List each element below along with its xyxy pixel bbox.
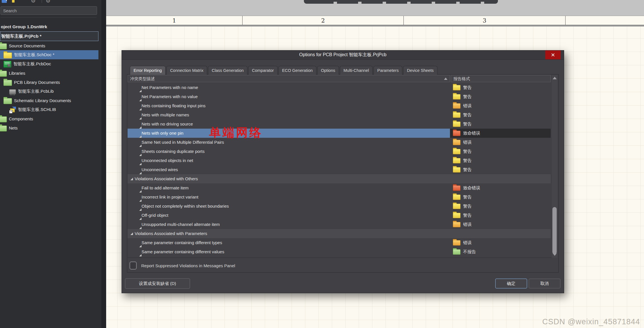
tree-item[interactable]: 智能车主板.PcbLib (0, 87, 98, 96)
violation-report-mode[interactable]: 错误 (450, 222, 551, 227)
scroll-down-icon[interactable] (553, 253, 557, 256)
violation-description[interactable]: Fail to add alternate item (128, 183, 450, 193)
violation-report-mode[interactable]: 警告 (450, 122, 551, 127)
dialog-tab[interactable]: Parameters (374, 66, 402, 75)
violation-row[interactable]: Nets containing floating input pins 错误 (128, 101, 551, 110)
violation-row[interactable]: Unconnected objects in net 警告 (128, 156, 551, 165)
violation-report-mode[interactable]: 警告 (450, 213, 551, 218)
tree-item[interactable]: ↗ 智能车主板.SCHLIB (0, 105, 98, 114)
dialog-tab[interactable]: Multi-Channel (340, 66, 373, 75)
violation-description[interactable]: Nets with multiple names (128, 110, 450, 120)
folder-green-icon (0, 71, 7, 77)
scrollbar-thumb[interactable] (552, 207, 557, 254)
violation-row[interactable]: Object not completely within sheet bound… (128, 202, 551, 211)
dialog-tab[interactable]: ECO Generation (278, 66, 316, 75)
grid-scrollbar[interactable] (552, 75, 557, 258)
document-icon[interactable] (2, 0, 7, 3)
tree-item[interactable]: Source Documents (0, 41, 98, 50)
violation-report-mode[interactable]: 警告 (450, 94, 551, 100)
violation-report-mode[interactable]: 警告 (450, 158, 551, 163)
violation-report-mode[interactable]: 警告 (450, 112, 551, 118)
violation-row[interactable]: Net Parameters with no name 警告 (128, 83, 551, 92)
violation-description[interactable]: Net Parameters with no name (128, 83, 450, 92)
violation-description[interactable]: Net Parameters with no value (128, 92, 450, 101)
cancel-button[interactable]: 取消 (529, 279, 560, 288)
tree-item[interactable]: Components (0, 114, 98, 123)
dialog-tab[interactable]: Connection Matrix (166, 66, 207, 75)
violation-row[interactable]: Incorrect link in project variant 警告 (128, 193, 551, 202)
violation-row[interactable]: Same Net used in Multiple Differential P… (128, 138, 551, 147)
violation-report-mode[interactable]: 警告 (450, 167, 551, 173)
violation-report-mode[interactable]: 不报告 (450, 249, 551, 255)
violation-description[interactable]: Sheets containing duplicate ports (128, 147, 450, 156)
sidebar-divider (1, 17, 96, 17)
violation-report-mode[interactable]: 错误 (450, 140, 551, 145)
gear-icon[interactable]: ⚙ (46, 0, 51, 4)
group-expanded-icon (139, 167, 142, 174)
violation-row[interactable]: Nets with no driving source 警告 (128, 120, 551, 129)
close-button[interactable]: ✕ (545, 50, 561, 59)
violation-description[interactable]: Violations Associated with Others (128, 174, 450, 183)
violation-row[interactable]: Same parameter containing different valu… (128, 247, 551, 256)
ok-button[interactable]: 确定 (495, 279, 527, 288)
violation-report-mode[interactable]: 警告 (450, 195, 551, 200)
violation-report-mode[interactable]: 警告 (450, 85, 551, 90)
sheet-ruler: 1 2 3 (106, 16, 644, 25)
dialog-titlebar[interactable]: Options for PCB Project 智能车主板.PrjPcb ✕ (122, 50, 564, 60)
report-suppressed-checkbox[interactable] (130, 262, 137, 270)
dialog-tab[interactable]: Error Reporting (130, 66, 165, 75)
violation-row[interactable]: Sheets containing duplicate ports 警告 (128, 147, 551, 156)
tree-item[interactable]: PCB Library Documents (0, 78, 98, 87)
violation-row[interactable]: Same parameter containing different type… (128, 238, 551, 247)
column-header-description[interactable]: 冲突类型描述 (128, 75, 450, 82)
tree-item[interactable]: Libraries (0, 68, 98, 78)
tree-item[interactable]: oject Group 1.DsnWrk (0, 22, 98, 31)
key-icon[interactable] (12, 0, 15, 3)
panel-splitter[interactable] (101, 0, 106, 328)
violation-row[interactable]: Unsupported multi-channel alternate item… (128, 220, 551, 229)
violation-row[interactable]: Net Parameters with no value 警告 (128, 92, 551, 101)
violation-report-mode[interactable]: 错误 (450, 103, 551, 109)
violation-report-mode[interactable]: 错误 (450, 240, 551, 246)
violation-description[interactable]: Same Net used in Multiple Differential P… (128, 138, 450, 147)
violation-report-mode[interactable]: 致命错误 (450, 185, 551, 191)
tree-item[interactable]: 智能车主板.PrjPcb * (0, 31, 98, 41)
violation-description[interactable]: Violations Associated with Parameters (128, 229, 450, 238)
violation-description[interactable]: Incorrect link in project variant (128, 193, 450, 202)
violation-description[interactable]: Nets with no driving source (128, 120, 450, 129)
violation-row[interactable]: Violations Associated with Parameters (128, 229, 551, 238)
violation-description[interactable]: Same parameter containing different valu… (128, 247, 450, 256)
dialog-tab[interactable]: Options (317, 66, 339, 75)
column-header-description-label: 冲突类型描述 (130, 76, 155, 81)
violation-row[interactable]: Violations Associated with Others (128, 174, 551, 183)
scroll-up-icon[interactable] (553, 77, 557, 79)
violation-row[interactable]: Nets with multiple names 警告 (128, 110, 551, 120)
violation-row[interactable]: Off-grid object 警告 (128, 211, 551, 220)
tree-item[interactable]: Nets (0, 123, 98, 132)
violation-row[interactable]: Nets with only one pin 致命错误 (128, 129, 551, 138)
violation-description[interactable]: Unconnected wires (128, 165, 450, 174)
tree-item[interactable]: 智能车主板.PcbDoc (0, 59, 98, 68)
violation-report-mode[interactable]: 致命错误 (450, 129, 551, 138)
tree-item[interactable]: 智能车主板.SchDoc * (0, 50, 98, 59)
violation-description[interactable]: Nets containing floating input pins (128, 101, 450, 110)
violation-description[interactable]: Off-grid object (128, 211, 450, 220)
violation-description[interactable]: Unsupported multi-channel alternate item (128, 220, 450, 229)
violation-row[interactable]: Unconnected wires 警告 (128, 165, 551, 174)
violation-description[interactable]: Same parameter containing different type… (128, 238, 450, 247)
gear-icon[interactable]: ⚙ (31, 0, 36, 4)
column-header-report-mode[interactable]: 报告格式 (451, 75, 551, 82)
violation-row[interactable]: Fail to add alternate item 致命错误 (128, 183, 551, 193)
search-input[interactable] (1, 6, 97, 15)
group-expanded-icon (130, 232, 133, 235)
dialog-tab[interactable]: Device Sheets (403, 66, 437, 75)
violation-description[interactable]: Object not completely within sheet bound… (128, 202, 450, 211)
violation-report-mode[interactable]: 警告 (450, 149, 551, 154)
tree-item[interactable]: Schematic Library Documents (0, 96, 98, 105)
set-to-installation-defaults-button[interactable]: 设置成安装缺省 (D) (125, 278, 190, 289)
violation-report-mode[interactable]: 警告 (450, 204, 551, 209)
violation-description[interactable]: Nets with only one pin (128, 129, 450, 138)
dialog-tab[interactable]: Class Generation (208, 66, 247, 75)
dialog-tab[interactable]: Comparator (248, 66, 278, 75)
violation-description[interactable]: Unconnected objects in net (128, 156, 450, 165)
